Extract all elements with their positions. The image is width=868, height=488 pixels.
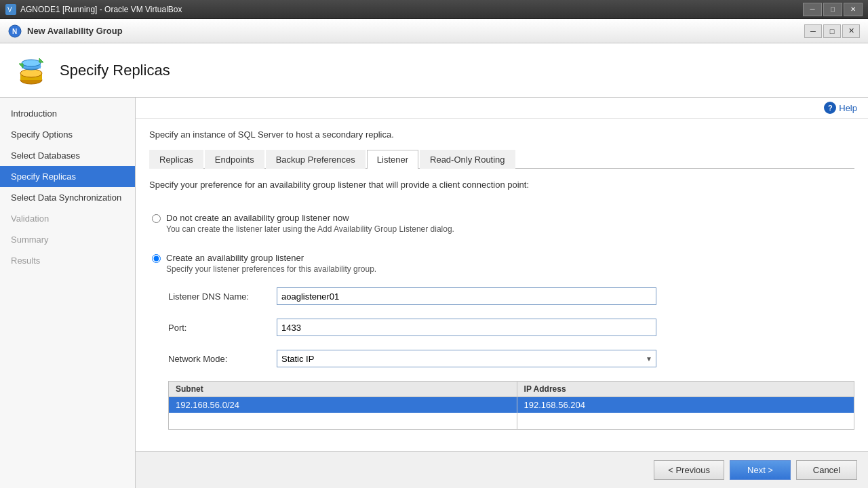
- radio-no-listener-label: Do not create an availability group list…: [166, 213, 454, 223]
- previous-button[interactable]: < Previous: [654, 460, 724, 480]
- network-mode-select[interactable]: Static IP DHCP: [277, 350, 656, 367]
- app-maximize-button[interactable]: □: [823, 24, 841, 38]
- svg-point-9: [22, 60, 41, 66]
- network-mode-row: Network Mode: Static IP DHCP ▼: [168, 350, 854, 367]
- subnet-cell: 192.168.56.0/24: [169, 397, 517, 413]
- os-titlebar: V AGNODE1 [Running] - Oracle VM VirtualB…: [0, 0, 868, 19]
- radio-create-listener[interactable]: [152, 254, 161, 263]
- help-icon: ?: [824, 102, 836, 114]
- sidebar-item-select-databases[interactable]: Select Databases: [0, 145, 135, 166]
- ip-address-column-header: IP Address: [517, 382, 854, 397]
- os-titlebar-icon: V: [5, 4, 16, 15]
- app-titlebar-icon: N: [8, 24, 22, 38]
- header-icon: [14, 53, 49, 88]
- sidebar-item-summary: Summary: [0, 229, 135, 250]
- app-window: N New Availability Group ─ □ ✕ Specify R…: [0, 19, 868, 488]
- sidebar: Introduction Specify Options Select Data…: [0, 98, 136, 488]
- tab-replicas[interactable]: Replicas: [149, 150, 203, 169]
- help-link[interactable]: ? Help: [824, 102, 857, 114]
- tab-endpoints[interactable]: Endpoints: [205, 150, 264, 169]
- app-titlebar-title: New Availability Group: [27, 26, 123, 36]
- svg-text:N: N: [12, 28, 17, 35]
- scroll-description: Specify your preference for an availabil…: [149, 180, 854, 190]
- tab-listener[interactable]: Listener: [367, 150, 418, 169]
- ip-table-header-row: Subnet IP Address: [169, 382, 854, 397]
- content-panel: ? Help Specify an instance of SQL Server…: [136, 98, 868, 488]
- svg-point-6: [20, 69, 42, 77]
- sidebar-item-results: Results: [0, 250, 135, 271]
- dns-name-label: Listener DNS Name:: [168, 291, 277, 302]
- ip-address-table: Subnet IP Address 192.168.56.0/24 192.16…: [168, 381, 854, 430]
- dns-name-row: Listener DNS Name:: [168, 287, 854, 305]
- ip-table-empty-row: [169, 413, 854, 429]
- app-minimize-button[interactable]: ─: [804, 24, 822, 38]
- next-button[interactable]: Next >: [730, 460, 791, 480]
- os-maximize-button[interactable]: □: [823, 3, 842, 16]
- app-body: Introduction Specify Options Select Data…: [0, 98, 868, 488]
- sidebar-item-specify-replicas[interactable]: Specify Replicas: [0, 166, 135, 187]
- radio-option-create-listener: Create an availability group listener Sp…: [149, 247, 854, 279]
- sidebar-item-select-data-sync[interactable]: Select Data Synchronization: [0, 187, 135, 208]
- radio-create-listener-sublabel: Specify your listener preferences for th…: [166, 264, 376, 274]
- subnet-column-header: Subnet: [169, 382, 517, 397]
- app-header: Specify Replicas: [0, 43, 868, 98]
- help-label: Help: [839, 103, 857, 113]
- radio-option-no-listener: Do not create an availability group list…: [149, 207, 854, 239]
- ip-address-cell: 192.168.56.204: [517, 397, 854, 413]
- dns-name-input[interactable]: [277, 287, 656, 305]
- tab-read-only-routing[interactable]: Read-Only Routing: [420, 150, 515, 169]
- tab-backup-preferences[interactable]: Backup Preferences: [266, 150, 366, 169]
- radio-create-listener-label: Create an availability group listener: [166, 253, 376, 263]
- page-title: Specify Replicas: [60, 62, 170, 79]
- port-label: Port:: [168, 323, 277, 333]
- network-mode-label: Network Mode:: [168, 354, 277, 364]
- os-close-button[interactable]: ✕: [844, 3, 863, 16]
- port-input[interactable]: [277, 319, 656, 336]
- radio-no-listener-sublabel: You can create the listener later using …: [166, 224, 454, 234]
- os-minimize-button[interactable]: ─: [803, 3, 822, 16]
- ip-table-row[interactable]: 192.168.56.0/24 192.168.56.204: [169, 397, 854, 413]
- listener-tab-content: Specify your preference for an availabil…: [149, 180, 854, 430]
- description-text: Specify an instance of SQL Server to hos…: [149, 129, 854, 140]
- app-titlebar: N New Availability Group ─ □ ✕: [0, 19, 868, 43]
- sidebar-item-introduction[interactable]: Introduction: [0, 103, 135, 124]
- svg-text:V: V: [7, 6, 12, 14]
- radio-no-listener[interactable]: [152, 214, 161, 223]
- os-titlebar-title: AGNODE1 [Running] - Oracle VM VirtualBox: [20, 5, 182, 14]
- app-close-button[interactable]: ✕: [842, 24, 860, 38]
- sidebar-item-validation: Validation: [0, 208, 135, 229]
- help-bar: ? Help: [136, 98, 868, 119]
- content-body: Specify an instance of SQL Server to hos…: [136, 119, 868, 451]
- tabs-container: Replicas Endpoints Backup Preferences Li…: [149, 149, 854, 169]
- bottom-bar: < Previous Next > Cancel: [136, 451, 868, 488]
- port-row: Port:: [168, 319, 854, 336]
- cancel-button[interactable]: Cancel: [796, 460, 857, 480]
- sidebar-item-specify-options[interactable]: Specify Options: [0, 124, 135, 145]
